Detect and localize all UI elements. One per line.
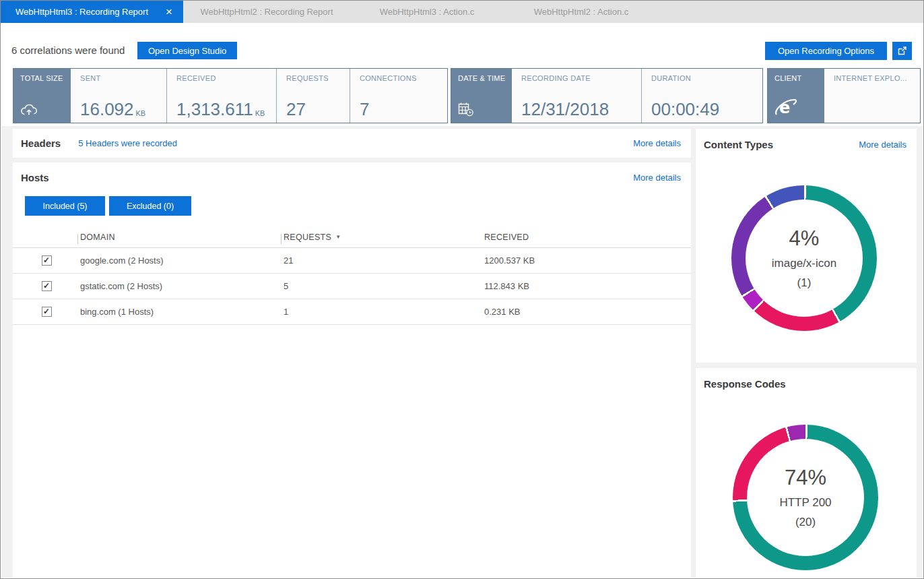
cloud-upload-icon [20, 102, 67, 117]
hosts-title: Hosts [21, 172, 49, 183]
card-title: TOTAL SIZE [20, 74, 67, 82]
headers-recorded-link[interactable]: 5 Headers were recorded [78, 138, 177, 148]
headers-more-details-link[interactable]: More details [633, 138, 681, 148]
hosts-more-details-link[interactable]: More details [633, 173, 681, 183]
metric-received: RECEIVED 1,313.611KB [166, 69, 276, 123]
open-recording-options-button[interactable]: Open Recording Options [765, 42, 887, 60]
card-title: CLIENT [774, 74, 820, 82]
response-codes-percent: 74% [785, 466, 826, 490]
host-checkbox[interactable]: ✓ [42, 307, 52, 317]
internet-explorer-icon: e [774, 97, 820, 117]
external-link-icon [897, 46, 907, 56]
metric-connections: CONNECTIONS 7 [350, 69, 447, 123]
content-types-panel: Content Types More details 4% image/x-ic… [696, 129, 917, 363]
included-hosts-button[interactable]: Included (5) [25, 196, 105, 216]
card-title: DATE & TIME [458, 74, 508, 82]
content-types-more-details-link[interactable]: More details [859, 140, 906, 150]
date-time-card-header: DATE & TIME [451, 69, 512, 123]
correlations-found-text: 6 correlations were found [11, 44, 125, 56]
metric-sent: SENT 16.092KB [71, 69, 166, 123]
headers-title: Headers [21, 138, 61, 149]
content-types-donut-chart[interactable]: 4% image/x-icon (1) [731, 185, 877, 331]
tab-label: WebHttpHtml2 : Action.c [534, 7, 629, 17]
excluded-hosts-button[interactable]: Excluded (0) [109, 196, 191, 216]
date-time-card: DATE & TIME RECORDING DATE 12/31/2018 DU… [451, 68, 763, 123]
vugen-window: WebHttpHtml3 : Recording Report × WebHtt… [0, 0, 924, 579]
hosts-panel: Hosts More details Included (5) Excluded… [13, 162, 691, 578]
response-codes-label: HTTP 200 [779, 496, 831, 510]
column-requests-sortable[interactable]: REQUESTS▼ [284, 233, 484, 242]
metric-recording-date: RECORDING DATE 12/31/2018 [512, 69, 641, 123]
metric-client-browser: INTERNET EXPLO... [824, 69, 920, 123]
toolbar: 6 correlations were found Open Design St… [1, 23, 923, 68]
tab-label: WebHttpHtml3 : Action.c [380, 7, 475, 17]
hosts-table-header: DOMAIN REQUESTS▼ RECEIVED [13, 226, 691, 248]
close-icon[interactable]: × [163, 6, 175, 18]
host-checkbox[interactable]: ✓ [42, 281, 52, 291]
total-size-card: TOTAL SIZE SENT 16.092KB RECEIVED 1,313.… [13, 68, 448, 123]
sort-desc-icon: ▼ [335, 234, 341, 240]
content-types-title: Content Types [704, 139, 773, 150]
client-card: CLIENT e INTERNET EXPLO... [767, 68, 921, 123]
tab-webhttphtml3-action-c[interactable]: WebHttpHtml3 : Action.c [350, 1, 504, 23]
column-received[interactable]: RECEIVED [484, 233, 691, 242]
response-codes-count: (20) [795, 516, 816, 529]
host-row-google[interactable]: ✓ google.com (2 Hosts) 21 1200.537 KB [13, 248, 691, 274]
tab-webhttphtml2-action-c[interactable]: WebHttpHtml2 : Action.c [504, 1, 659, 23]
tab-label: WebHttpHtml3 : Recording Report [15, 7, 148, 17]
response-codes-title: Response Codes [704, 378, 786, 390]
column-domain[interactable]: DOMAIN [80, 233, 284, 242]
metric-duration: DURATION 00:00:49 [641, 69, 762, 123]
response-codes-donut-chart[interactable]: 74% HTTP 200 (20) [733, 425, 878, 570]
tab-bar: WebHttpHtml3 : Recording Report × WebHtt… [1, 1, 923, 23]
tab-webhttphtml2-recording-report[interactable]: WebHttpHtml2 : Recording Report [183, 1, 350, 23]
content-types-label: image/x-icon [772, 257, 836, 270]
total-size-card-header: TOTAL SIZE [13, 69, 71, 123]
tab-webhttphtml3-recording-report[interactable]: WebHttpHtml3 : Recording Report × [1, 1, 183, 23]
client-card-header: CLIENT e [768, 69, 824, 123]
content-types-percent: 4% [789, 226, 820, 251]
metric-requests: REQUESTS 27 [276, 69, 350, 123]
tab-label: WebHttpHtml2 : Recording Report [200, 7, 333, 17]
calendar-clock-icon [458, 102, 508, 117]
host-checkbox[interactable]: ✓ [42, 255, 52, 266]
open-report-external-button[interactable] [892, 42, 912, 60]
content-types-count: (1) [797, 276, 812, 290]
open-design-studio-button[interactable]: Open Design Studio [137, 42, 237, 59]
hosts-table: DOMAIN REQUESTS▼ RECEIVED ✓ google.com (… [13, 226, 691, 325]
response-codes-panel: Response Codes 74% HTTP 200 (20) [696, 368, 917, 578]
headers-panel: Headers 5 Headers were recorded More det… [13, 129, 691, 158]
host-row-gstatic[interactable]: ✓ gstatic.com (2 Hosts) 5 112.843 KB [13, 274, 691, 299]
host-row-bing[interactable]: ✓ bing.com (1 Hosts) 1 0.231 KB [13, 299, 691, 325]
